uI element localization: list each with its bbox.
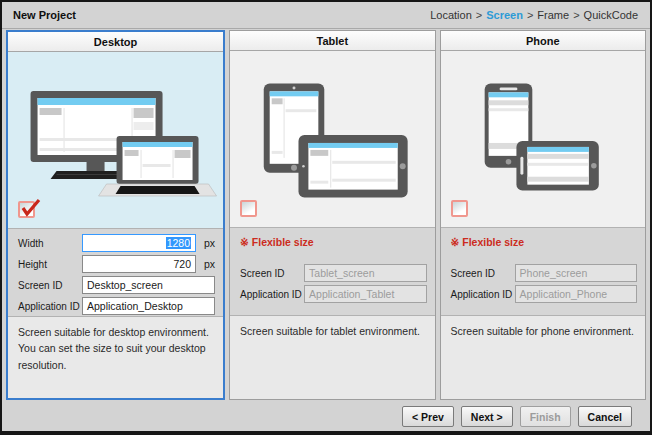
tablet-application-id-input: Application_Tablet xyxy=(304,285,426,303)
desktop-checkbox[interactable] xyxy=(18,201,35,218)
application-id-label: Application ID xyxy=(240,289,304,300)
breadcrumb: Location > Screen > Frame > QuickCode xyxy=(430,9,638,21)
height-unit-label: px xyxy=(204,258,215,270)
breadcrumb-separator: > xyxy=(573,9,579,21)
phone-illustration xyxy=(441,51,645,227)
tablet-flexible-size-note: ※ Flexible size xyxy=(240,236,426,250)
phone-screen-id-input: Phone_screen xyxy=(515,264,637,282)
height-input[interactable]: 720 xyxy=(82,255,196,273)
column-header-tablet: Tablet xyxy=(230,31,434,51)
breadcrumb-item-location[interactable]: Location xyxy=(430,9,472,21)
width-field-row: Width 1280 px xyxy=(18,234,215,252)
width-unit-label: px xyxy=(204,237,215,249)
application-id-field-row: Application ID Application_Tablet xyxy=(240,285,426,303)
checkmark-icon xyxy=(19,197,43,219)
cancel-button[interactable]: Cancel xyxy=(578,406,632,427)
column-desktop[interactable]: Desktop xyxy=(6,30,225,400)
application-id-label: Application ID xyxy=(451,289,515,300)
next-button[interactable]: Next > xyxy=(461,406,513,427)
tablet-checkbox[interactable] xyxy=(240,200,257,217)
desktop-fields: Width 1280 px Height 720 px Screen ID De… xyxy=(8,228,223,316)
breadcrumb-item-screen[interactable]: Screen xyxy=(486,9,523,21)
screen-id-field-row: Screen ID Phone_screen xyxy=(451,264,637,282)
column-tablet[interactable]: Tablet xyxy=(229,30,435,400)
phone-description: Screen suitable for phone environment. xyxy=(441,315,645,399)
application-id-field-row: Application ID Application_Desktop xyxy=(18,297,215,315)
screen-id-label: Screen ID xyxy=(240,268,304,279)
device-columns: Desktop xyxy=(6,30,646,400)
screen-id-label: Screen ID xyxy=(18,280,82,291)
screen-id-field-row: Screen ID Desktop_screen xyxy=(18,276,215,294)
width-label: Width xyxy=(18,238,82,249)
phone-description-line: Screen suitable for phone environment. xyxy=(451,323,635,339)
finish-button: Finish xyxy=(520,406,571,427)
column-phone[interactable]: Phone xyxy=(440,30,646,400)
desktop-application-id-input[interactable]: Application_Desktop xyxy=(82,297,215,315)
application-id-label: Application ID xyxy=(18,301,82,312)
height-field-row: Height 720 px xyxy=(18,255,215,273)
tablet-canvas xyxy=(230,51,434,227)
application-id-field-row: Application ID Application_Phone xyxy=(451,285,637,303)
phone-checkbox[interactable] xyxy=(451,200,468,217)
tablet-description: Screen suitable for tablet environment. xyxy=(230,315,434,399)
spacer xyxy=(240,250,426,264)
tablet-description-line: Screen suitable for tablet environment. xyxy=(240,323,424,339)
width-selected-value: 1280 xyxy=(166,237,191,249)
page-title: New Project xyxy=(13,9,76,21)
width-input[interactable]: 1280 xyxy=(82,234,196,252)
tablet-screen-id-input: Tablet_screen xyxy=(304,264,426,282)
new-project-dialog: New Project Location > Screen > Frame > … xyxy=(0,0,652,435)
spacer xyxy=(451,250,637,264)
prev-button[interactable]: < Prev xyxy=(402,406,454,427)
phone-flexible-size-note: ※ Flexible size xyxy=(451,236,637,250)
desktop-description-line: Screen suitable for desktop environment. xyxy=(18,324,213,340)
tablet-fields: ※ Flexible size Screen ID Tablet_screen … xyxy=(230,227,434,315)
footer-button-bar: < Prev Next > Finish Cancel xyxy=(402,406,632,427)
screen-id-label: Screen ID xyxy=(451,268,515,279)
title-bar: New Project Location > Screen > Frame > … xyxy=(2,2,650,29)
breadcrumb-item-quickcode[interactable]: QuickCode xyxy=(584,9,638,21)
phone-canvas xyxy=(441,51,645,227)
phone-fields: ※ Flexible size Screen ID Phone_screen A… xyxy=(441,227,645,315)
breadcrumb-item-frame[interactable]: Frame xyxy=(537,9,569,21)
screen-id-field-row: Screen ID Tablet_screen xyxy=(240,264,426,282)
phone-application-id-input: Application_Phone xyxy=(515,285,637,303)
height-label: Height xyxy=(18,259,82,270)
breadcrumb-separator: > xyxy=(476,9,482,21)
desktop-description-line: You can set the size to suit your deskto… xyxy=(18,340,213,373)
desktop-description: Screen suitable for desktop environment.… xyxy=(8,316,223,398)
breadcrumb-separator: > xyxy=(527,9,533,21)
desktop-canvas xyxy=(8,52,223,228)
column-header-desktop: Desktop xyxy=(8,32,223,52)
tablet-illustration xyxy=(230,51,434,227)
desktop-screen-id-input[interactable]: Desktop_screen xyxy=(82,276,215,294)
column-header-phone: Phone xyxy=(441,31,645,51)
